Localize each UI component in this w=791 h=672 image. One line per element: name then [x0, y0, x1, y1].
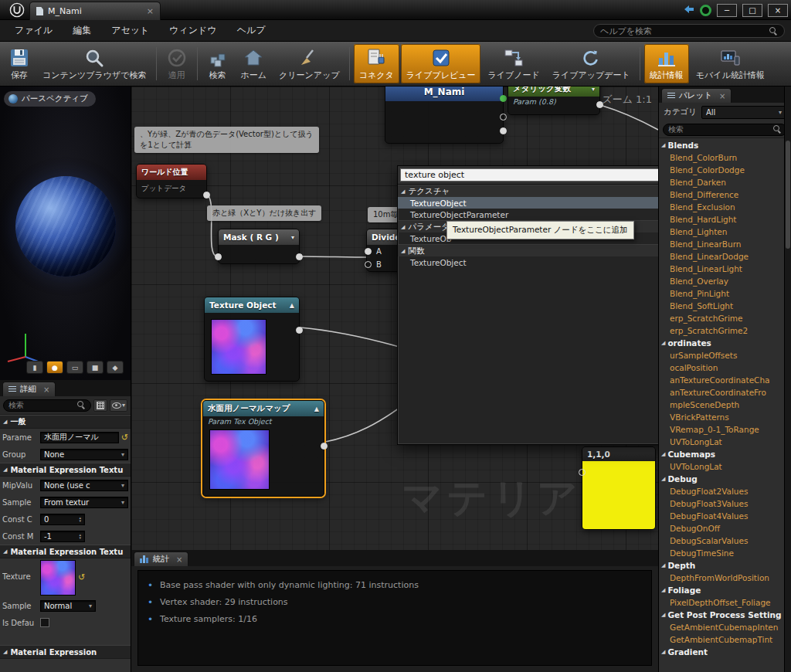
- palette-item[interactable]: GetAmbientCubemapInten: [659, 621, 784, 633]
- details-search-input[interactable]: 検索: [3, 399, 91, 412]
- palette-item[interactable]: Blend_Darken: [659, 176, 784, 188]
- category-dropdown[interactable]: All ▾: [701, 106, 786, 119]
- palette-item[interactable]: VBrickPatterns: [659, 411, 784, 423]
- pin-icon[interactable]: [500, 127, 507, 134]
- menu-item[interactable]: 編集: [63, 24, 101, 37]
- node-mask[interactable]: Mask ( R G ) ▾: [218, 229, 300, 264]
- sampler-type-dropdown[interactable]: Normal ▾: [40, 600, 96, 612]
- palette-item[interactable]: mpleSceneDepth: [659, 399, 784, 411]
- node-metallic-param[interactable]: メタリック変数 ▾ Param (0.8): [508, 87, 600, 115]
- texture-thumbnail[interactable]: [40, 560, 76, 596]
- node-normal-map-param[interactable]: 水面用ノーマルマップ ▲ Param Tex Object: [202, 400, 324, 497]
- palette-category[interactable]: ◢Depth: [659, 559, 784, 572]
- section-general[interactable]: ◢ 一般: [0, 415, 131, 429]
- close-icon[interactable]: ×: [43, 385, 49, 394]
- node-world-position[interactable]: ワールド位置 プットデータ: [136, 164, 207, 199]
- palette-item[interactable]: DebugFloat4Values: [659, 510, 784, 522]
- palette-item[interactable]: Blend_Lighten: [659, 226, 784, 238]
- live-preview-button[interactable]: ライブプレビュー: [401, 44, 481, 83]
- palette-item[interactable]: VRemap_0-1_ToRange: [659, 423, 784, 436]
- palette-item[interactable]: Blend_SoftLight: [659, 300, 784, 312]
- palette-category[interactable]: ◢Gradient: [659, 646, 784, 658]
- context-category[interactable]: ◢テクスチャ: [398, 185, 658, 197]
- spinner-arrows-icon[interactable]: ▴▾: [79, 533, 81, 539]
- palette-item[interactable]: Blend_LinearLight: [659, 263, 784, 275]
- pin-icon[interactable]: [203, 192, 210, 199]
- palette-category[interactable]: ◢Get Post Process Setting: [659, 609, 784, 621]
- live-nodes-button[interactable]: ライブノード: [482, 44, 545, 83]
- stats-button[interactable]: 統計情報: [644, 44, 689, 83]
- is-default-checkbox[interactable]: [40, 618, 49, 627]
- mip-value-dropdown[interactable]: None (use c ▾: [40, 480, 128, 491]
- palette-item[interactable]: Blend_Exclusion: [659, 201, 784, 213]
- palette-item[interactable]: Blend_PinLight: [659, 287, 784, 300]
- palette-item[interactable]: Blend_LinearDodge: [659, 250, 784, 263]
- preview-shape-plane-button[interactable]: ▭: [66, 361, 83, 374]
- palette-item[interactable]: UVToLongLat: [659, 460, 784, 473]
- minimize-button[interactable]: ─: [717, 4, 737, 17]
- palette-item[interactable]: erp_ScratchGrime: [659, 312, 784, 324]
- node-constant-color[interactable]: 1,1,0: [582, 446, 656, 530]
- menu-item[interactable]: ウィンドウ: [159, 24, 226, 37]
- palette-scrollbar[interactable]: [784, 87, 791, 672]
- preview-shape-sphere-button[interactable]: ●: [46, 361, 63, 374]
- section-material-expression[interactable]: ◢ Material Expression: [0, 645, 131, 659]
- palette-item[interactable]: DebugFloat3Values: [659, 497, 784, 510]
- palette-category[interactable]: ◢Cubemaps: [659, 448, 784, 460]
- palette-item[interactable]: Blend_ColorDodge: [659, 164, 784, 176]
- palette-item[interactable]: DebugFloat2Values: [659, 485, 784, 497]
- context-search-input[interactable]: texture object: [400, 168, 658, 182]
- scrollbar-thumb[interactable]: [786, 141, 790, 249]
- palette-item[interactable]: anTextureCoordinateFro: [659, 386, 784, 399]
- pin-icon[interactable]: [296, 253, 303, 260]
- menu-item[interactable]: ヘルプ: [227, 24, 276, 37]
- asset-tab[interactable]: M_Nami ×: [29, 2, 161, 20]
- palette-item[interactable]: DepthFromWorldPosition: [659, 572, 784, 584]
- palette-item[interactable]: Blend_Overlay: [659, 275, 784, 287]
- grid-view-button[interactable]: [93, 399, 107, 412]
- reset-to-default-icon[interactable]: ↺: [121, 433, 128, 443]
- palette-item[interactable]: anTextureCoordinateCha: [659, 374, 784, 386]
- network-status-icon[interactable]: [684, 5, 694, 16]
- context-item[interactable]: TextureObject: [398, 197, 658, 209]
- palette-category[interactable]: ◢ordinates: [659, 337, 784, 349]
- palette-item[interactable]: DebugScalarValues: [659, 535, 784, 547]
- group-dropdown[interactable]: None ▾: [40, 449, 128, 460]
- close-tab-icon[interactable]: ×: [147, 6, 154, 16]
- visibility-filter-button[interactable]: ▾: [110, 399, 127, 412]
- palette-search-input[interactable]: 検索: [663, 124, 787, 136]
- details-tab[interactable]: 詳細 ×: [2, 382, 56, 396]
- palette-item[interactable]: GetAmbientCubemapTint: [659, 633, 784, 646]
- home-button[interactable]: ホーム: [236, 44, 273, 83]
- collapse-icon[interactable]: ▲: [290, 302, 294, 309]
- const-coordinate-input[interactable]: 0 ▴▾: [40, 514, 85, 525]
- palette-item[interactable]: erp_ScratchGrime2: [659, 324, 784, 337]
- menu-item[interactable]: ファイル: [5, 24, 63, 37]
- const-mip-input[interactable]: -1 ▴▾: [40, 531, 85, 542]
- pin-icon[interactable]: [296, 327, 303, 334]
- section-texture-base[interactable]: ◢ Material Expression Textu: [0, 545, 131, 558]
- palette-tab[interactable]: パレット ×: [661, 88, 732, 103]
- palette-item[interactable]: Blend_LinearBurn: [659, 238, 784, 250]
- palette-item[interactable]: urSampleOffsets: [659, 349, 784, 361]
- launcher-sync-icon[interactable]: [700, 5, 711, 16]
- apply-button[interactable]: 適用: [161, 44, 193, 83]
- palette-item[interactable]: UVToLongLat: [659, 436, 784, 448]
- palette-item[interactable]: ocalPosition: [659, 361, 784, 374]
- help-search-input[interactable]: ヘルプを検索: [593, 24, 785, 38]
- comment-bubble[interactable]: 、Yが緑、Zが青の色データ(Vector型)として扱う を1として計算: [134, 127, 319, 153]
- palette-item[interactable]: Blend_HardLight: [659, 213, 784, 226]
- find-in-content-browser-button[interactable]: コンテンツブラウザで検索: [37, 44, 152, 83]
- node-texture-object[interactable]: Texture Object ▲: [204, 297, 300, 382]
- perspective-button[interactable]: パースペクティブ: [4, 91, 96, 107]
- maximize-button[interactable]: □: [742, 4, 762, 17]
- live-update-button[interactable]: ライブアップデート: [547, 44, 636, 83]
- menu-item[interactable]: アセット: [101, 24, 159, 37]
- close-icon[interactable]: ×: [719, 92, 725, 100]
- pin-icon[interactable]: [579, 469, 586, 476]
- palette-category[interactable]: ◢Blends: [659, 139, 784, 151]
- connectors-button[interactable]: コネクタ: [354, 44, 399, 83]
- pin-icon[interactable]: [365, 248, 372, 255]
- pin-icon[interactable]: [215, 253, 222, 260]
- context-item[interactable]: TextureObjectParameter: [398, 209, 658, 220]
